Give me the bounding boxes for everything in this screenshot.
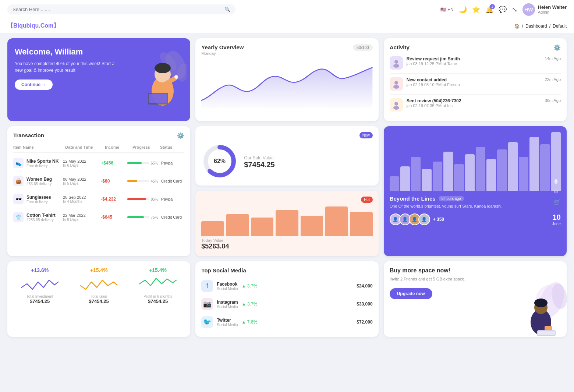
activity-title: Activity [390, 44, 410, 50]
activity-avatar [390, 98, 403, 112]
social-amount: $24,000 [357, 283, 372, 289]
avatar-4: 👤 [418, 213, 430, 225]
breadcrumb-dashboard[interactable]: Dashboard [525, 24, 547, 29]
donut-area: 62% Our Sale Value $7454.25 [201, 143, 372, 180]
beyond-bar-item [540, 144, 550, 191]
activity-item-title: New contact added [407, 77, 541, 82]
item-status: Paypal [161, 197, 185, 201]
progress-bar [127, 198, 149, 200]
activity-item-time: 22m Ago [545, 77, 561, 82]
social-rows: f Facebook Social Media ▲ 3.7% $24,000 📷… [201, 277, 372, 331]
col-income: Income [105, 145, 130, 149]
item-status: Credit Card [161, 179, 185, 183]
col-status: Status [160, 145, 185, 149]
search-bar[interactable]: 🔍 [7, 4, 235, 14]
svg-point-12 [394, 81, 398, 85]
item-income: -$4,232 [101, 197, 124, 202]
item-sub: Free delivery [26, 200, 51, 204]
stat-profit-value: $7454.25 [148, 299, 168, 304]
svg-point-5 [155, 63, 171, 73]
svg-rect-7 [149, 94, 167, 103]
progress-pct: 75% [151, 215, 158, 219]
item-icon: 🕶️ [13, 194, 24, 204]
breadcrumb: 🏠 / Dashboard / Default [514, 24, 567, 29]
stat-gain-pct: +15.4% [90, 267, 108, 273]
item-name: Cotton T-shirt [26, 213, 56, 218]
star-icon[interactable]: ⭐ [472, 6, 480, 14]
social-pct: ▲ 3.7% [242, 283, 258, 289]
notifications-icon[interactable]: 🔔 1 [485, 6, 493, 14]
dark-mode-icon[interactable]: 🌙 [459, 6, 467, 14]
svg-point-15 [393, 106, 399, 110]
social-amount: $72,000 [357, 319, 372, 325]
chat-icon[interactable]: 💬 [499, 6, 507, 14]
space-illustration [511, 261, 567, 337]
welcome-illustration [124, 38, 190, 121]
bar-item [226, 214, 249, 236]
item-name: Nike Sports NK [26, 159, 59, 164]
beyond-bar-item [476, 147, 485, 191]
sale-value-card: New 62% Our Sale Value $7454.25 [195, 126, 378, 186]
item-icon: 👕 [13, 212, 24, 222]
social-pct: ▲ 3.7% [242, 301, 258, 307]
bar-item [325, 206, 348, 236]
nav-right: 🇺🇸 EN 🌙 ⭐ 🔔 1 💬 ⤡ HW Helen Walter Admin [440, 3, 567, 16]
transaction-settings-icon[interactable]: ⚙️ [177, 132, 184, 139]
search-icon: 🔍 [224, 7, 230, 12]
item-name: Sunglasses [26, 195, 51, 200]
table-row: 🕶️ Sunglasses Free delivery 28 Sep 2022 … [13, 190, 184, 208]
progress-bar [127, 180, 149, 182]
progress-bar [127, 216, 149, 218]
beyond-title: Beyond the Lines [390, 195, 436, 202]
welcome-subtitle: You have completed 40% of your this week… [15, 60, 116, 74]
table-row: 👕 Cotton T-shirt ₹283.65 delivery 22 Mar… [13, 208, 184, 226]
continue-button[interactable]: Continue → [15, 80, 53, 90]
yearly-chart [201, 60, 372, 108]
beyond-bar-item [411, 157, 421, 191]
stat-investment-value: $7454.25 [30, 299, 50, 304]
item-sub: ₹83.65 delivery [26, 182, 52, 186]
svg-point-13 [393, 85, 399, 89]
upgrade-button[interactable]: Upgrade now [390, 288, 432, 299]
svg-point-10 [394, 60, 398, 64]
svg-point-9 [174, 75, 178, 79]
beyond-settings-icon[interactable]: ◉ [553, 177, 561, 184]
home-icon[interactable]: 🏠 [514, 24, 520, 29]
new-badge: New [359, 132, 373, 138]
language-selector[interactable]: 🇺🇸 EN [440, 7, 454, 12]
social-media-card: Top Social Media f Facebook Social Media… [195, 261, 378, 337]
bar-item [201, 221, 224, 236]
today-bar-chart [201, 206, 372, 236]
item-sub: ₹283.65 delivery [26, 218, 56, 222]
sale-label: Our Sale Value [244, 155, 274, 160]
beyond-bar-item [433, 162, 442, 191]
activity-list: Review request jim Smith jan 03 19 12:25… [390, 53, 561, 115]
bar-item [276, 210, 298, 236]
activity-settings-icon[interactable]: ⚙️ [553, 44, 561, 51]
beyond-bar-item [508, 142, 518, 191]
beyond-bar-item [443, 152, 453, 191]
hot-badge: Hot [361, 197, 373, 203]
beyond-plus-count: + 350 [433, 217, 444, 222]
item-income: +$456 [101, 160, 124, 166]
activity-item-sub: jan 02 19 03:10 PM at Fresno [407, 82, 541, 87]
social-icon: f [201, 280, 213, 292]
today-value-card: Hot Today Value $5263.04 [195, 191, 378, 256]
beyond-avatars: 👤 👤 👤 👤 + 350 [390, 213, 444, 225]
stat-profit-wave [131, 275, 184, 293]
stat-profit: +15.4% Profit in 6 months $7454.25 [131, 267, 184, 331]
social-row: 🐦 Twitter Social Media ▲ 7.6% $72,000 [201, 313, 372, 331]
beyond-gear-icon[interactable]: ⚙ [553, 188, 561, 195]
social-name: Twitter [217, 318, 238, 323]
progress-fill [127, 198, 146, 200]
activity-card: Activity ⚙️ Review request jim Smith jan… [384, 38, 567, 121]
svg-point-24 [534, 299, 548, 307]
fullscreen-icon[interactable]: ⤡ [512, 6, 517, 14]
col-item-name: Item Name [13, 145, 62, 149]
user-info[interactable]: HW Helen Walter Admin [522, 3, 567, 16]
bar-item [350, 212, 372, 236]
beyond-bar-item [497, 149, 507, 191]
search-input[interactable] [13, 7, 222, 12]
progress-pct: 65% [151, 161, 158, 165]
social-name: Instagram [217, 300, 238, 305]
